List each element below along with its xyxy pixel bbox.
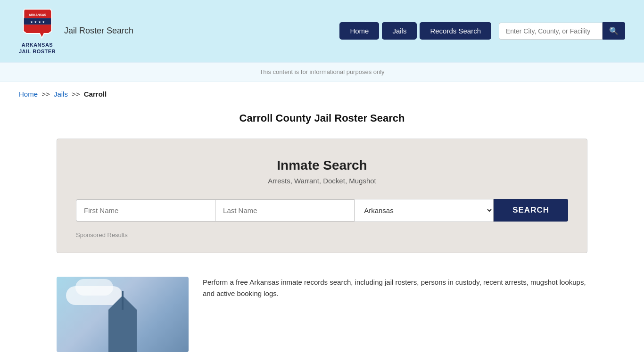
header-search-button[interactable]: 🔍 xyxy=(603,22,625,40)
search-fields: Arkansas Alabama Alaska Arizona Californ… xyxy=(76,199,568,222)
logo-icon: ★ ★ ★ ★ ARKANSAS xyxy=(20,7,55,40)
inmate-search-title: Inmate Search xyxy=(76,158,568,173)
logo-container: ★ ★ ★ ★ ARKANSAS ARKANSAS JAIL ROSTER xyxy=(19,7,56,55)
header: ★ ★ ★ ★ ARKANSAS ARKANSAS JAIL ROSTER Ja… xyxy=(0,0,644,62)
bottom-section: Perform a free Arkansas inmate records s… xyxy=(0,263,644,362)
header-left: ★ ★ ★ ★ ARKANSAS ARKANSAS JAIL ROSTER Ja… xyxy=(19,7,133,55)
svg-marker-3 xyxy=(23,25,51,38)
last-name-input[interactable] xyxy=(215,199,355,222)
breadcrumb-current: Carroll xyxy=(84,90,107,98)
breadcrumb: Home >> Jails >> Carroll xyxy=(0,82,644,103)
jails-nav-button[interactable]: Jails xyxy=(382,22,417,40)
first-name-input[interactable] xyxy=(76,199,215,222)
state-select[interactable]: Arkansas Alabama Alaska Arizona Californ… xyxy=(355,199,494,222)
records-search-nav-button[interactable]: Records Search xyxy=(420,22,491,40)
header-search-input[interactable] xyxy=(499,23,603,40)
svg-text:ARKANSAS: ARKANSAS xyxy=(29,13,47,16)
inmate-search-subtitle: Arrests, Warrant, Docket, Mugshot xyxy=(76,177,568,185)
sponsored-label: Sponsored Results xyxy=(76,231,568,239)
building-silhouette xyxy=(108,310,137,352)
search-button[interactable]: SEARCH xyxy=(494,199,568,222)
breadcrumb-jails[interactable]: Jails xyxy=(54,90,68,98)
logo-text: ARKANSAS JAIL ROSTER xyxy=(19,41,56,55)
site-title: Jail Roster Search xyxy=(64,26,133,36)
svg-text:★ ★ ★ ★: ★ ★ ★ ★ xyxy=(30,20,44,24)
bottom-description: Perform a free Arkansas inmate records s… xyxy=(203,277,587,299)
bottom-image xyxy=(57,277,189,352)
page-title: Carroll County Jail Roster Search xyxy=(0,103,644,129)
info-bar-text: This content is for informational purpos… xyxy=(259,68,384,75)
breadcrumb-home[interactable]: Home xyxy=(19,90,38,98)
breadcrumb-sep2: >> xyxy=(72,90,80,98)
building-steeple xyxy=(122,291,124,310)
breadcrumb-sep1: >> xyxy=(41,90,50,98)
info-bar: This content is for informational purpos… xyxy=(0,62,644,82)
header-nav: Home Jails Records Search 🔍 xyxy=(339,22,625,40)
search-icon: 🔍 xyxy=(609,27,619,35)
home-nav-button[interactable]: Home xyxy=(339,22,379,40)
inmate-search-box: Inmate Search Arrests, Warrant, Docket, … xyxy=(57,139,587,253)
header-search-bar: 🔍 xyxy=(499,22,625,40)
